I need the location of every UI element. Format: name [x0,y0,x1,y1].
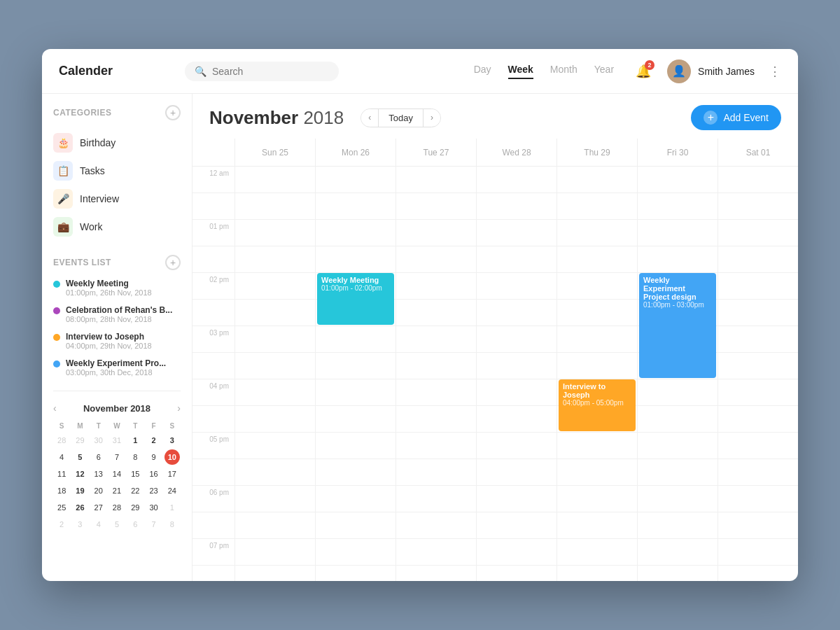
grid-cell[interactable] [718,539,798,566]
mini-cal-day[interactable]: 2 [146,433,162,448]
mini-cal-day[interactable]: 11 [54,466,69,482]
grid-cell[interactable] [718,379,798,406]
mini-cal-day[interactable]: 7 [109,449,125,465]
mini-cal-day[interactable]: 8 [164,517,180,532]
grid-cell[interactable] [718,459,798,486]
mini-cal-day[interactable]: 24 [164,483,180,498]
grid-cell[interactable] [718,220,798,246]
grid-cell[interactable] [718,246,798,273]
grid-cell[interactable] [556,273,637,300]
mini-cal-prev[interactable]: ‹ [53,402,57,414]
grid-cell[interactable] [396,326,476,353]
tab-month[interactable]: Month [550,64,578,79]
mini-cal-day[interactable]: 14 [109,466,125,482]
grid-cell[interactable] [315,566,396,581]
mini-cal-day[interactable]: 21 [109,483,125,498]
grid-cell[interactable] [396,220,476,246]
add-event-sidebar-button[interactable]: + [165,255,181,270]
mini-cal-day[interactable]: 1 [164,500,180,515]
grid-cell[interactable] [476,193,556,220]
grid-cell[interactable]: Weekly Meeting01:00pm - 02:00pm [315,273,396,300]
tab-week[interactable]: Week [508,64,533,79]
grid-cell[interactable] [637,512,718,539]
grid-cell[interactable] [315,486,396,512]
grid-cell[interactable] [234,167,315,193]
grid-cell[interactable] [718,273,798,300]
grid-cell[interactable] [556,246,637,273]
grid-cell[interactable]: Weekly Experiment Project design01:00pm … [637,273,718,300]
grid-cell[interactable] [476,539,556,566]
list-item[interactable]: Interview to Joseph 04:00pm, 29th Nov, 2… [53,332,181,350]
grid-cell[interactable] [637,459,718,486]
event-block[interactable]: Weekly Meeting01:00pm - 02:00pm [317,273,394,325]
grid-cell[interactable] [234,273,315,300]
grid-cell[interactable] [396,566,476,581]
grid-cell[interactable] [396,193,476,220]
mini-cal-day[interactable]: 28 [54,433,69,448]
mini-cal-day[interactable]: 29 [127,500,143,515]
grid-cell[interactable] [637,406,718,433]
grid-cell[interactable] [476,167,556,193]
grid-cell[interactable] [718,300,798,326]
grid-cell[interactable] [637,379,718,406]
event-block[interactable]: Weekly Experiment Project design01:00pm … [639,273,716,378]
grid-cell[interactable] [396,406,476,433]
more-menu-icon[interactable]: ⋮ [769,64,781,79]
mini-cal-day[interactable]: 29 [72,433,88,448]
category-item-birthday[interactable]: 🎂 Birthday [53,129,181,157]
grid-cell[interactable] [476,459,556,486]
grid-cell[interactable] [315,512,396,539]
grid-cell[interactable] [234,379,315,406]
mini-cal-day[interactable]: 17 [164,466,180,482]
grid-cell[interactable] [556,512,637,539]
mini-cal-day[interactable]: 3 [164,433,180,448]
grid-cell[interactable] [476,300,556,326]
mini-cal-day[interactable]: 5 [109,517,125,532]
grid-cell[interactable] [396,486,476,512]
grid-cell[interactable] [396,353,476,379]
grid-cell[interactable] [556,353,637,379]
search-input[interactable] [212,66,329,77]
grid-cell[interactable] [718,326,798,353]
mini-cal-day[interactable]: 6 [127,517,143,532]
grid-cell[interactable] [234,326,315,353]
mini-cal-day[interactable]: 13 [91,466,106,482]
mini-cal-day[interactable]: 5 [72,449,88,465]
add-category-button[interactable]: + [165,105,181,120]
grid-cell[interactable] [396,379,476,406]
grid-cell[interactable] [718,486,798,512]
tab-year[interactable]: Year [594,64,614,79]
mini-cal-day[interactable]: 2 [54,517,69,532]
grid-cell[interactable] [234,300,315,326]
grid-cell[interactable] [718,353,798,379]
mini-cal-day[interactable]: 31 [109,433,125,448]
next-week-button[interactable]: › [424,109,440,126]
mini-cal-day[interactable]: 27 [91,500,106,515]
grid-cell[interactable] [556,486,637,512]
grid-cell[interactable] [476,379,556,406]
grid-cell[interactable] [315,353,396,379]
mini-cal-day[interactable]: 28 [109,500,125,515]
grid-cell[interactable] [315,539,396,566]
grid-cell[interactable] [234,459,315,486]
mini-cal-day[interactable]: 6 [91,449,106,465]
grid-cell[interactable] [476,246,556,273]
grid-cell[interactable] [556,167,637,193]
mini-cal-next[interactable]: › [177,402,181,414]
grid-cell[interactable] [718,512,798,539]
grid-cell[interactable] [234,486,315,512]
grid-cell[interactable] [234,220,315,246]
prev-week-button[interactable]: ‹ [361,109,378,126]
grid-cell[interactable] [234,566,315,581]
grid-cell[interactable] [315,167,396,193]
grid-cell[interactable] [315,220,396,246]
grid-cell[interactable] [718,406,798,433]
grid-cell[interactable] [234,433,315,459]
grid-cell[interactable] [315,406,396,433]
grid-cell[interactable] [396,539,476,566]
search-box[interactable]: 🔍 [185,62,339,81]
grid-cell[interactable] [556,539,637,566]
mini-cal-day[interactable]: 12 [72,466,88,482]
grid-cell[interactable] [637,486,718,512]
grid-cell[interactable] [637,220,718,246]
